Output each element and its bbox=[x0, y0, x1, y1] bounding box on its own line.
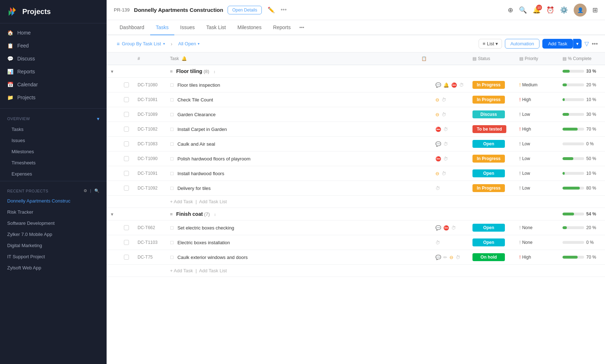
row-checkbox-0-7[interactable] bbox=[124, 186, 129, 191]
timer-icon[interactable]: ⏱ bbox=[443, 141, 448, 147]
sidebar-item-discuss[interactable]: 💬 Discuss bbox=[0, 52, 107, 65]
sidebar-item-feed[interactable]: 📋 Feed bbox=[0, 39, 107, 52]
all-open-button[interactable]: All Open ▾ bbox=[175, 40, 202, 48]
timer-icon[interactable]: ⏱ bbox=[459, 82, 464, 88]
task-name-1-2[interactable]: Caulk exterior windows and doors bbox=[178, 255, 248, 260]
task-name-1-0[interactable]: Set electric boxes checking bbox=[178, 225, 234, 231]
bell-icon[interactable]: 🔔 bbox=[443, 82, 449, 88]
sidebar-item-reports[interactable]: 📊 Reports bbox=[0, 65, 107, 78]
recent-project-marketing[interactable]: Digital Marketing bbox=[0, 240, 107, 251]
add-task-dropdown-button[interactable]: ▾ bbox=[573, 39, 582, 49]
sidebar-item-tasks[interactable]: Tasks bbox=[0, 124, 107, 135]
toolbar-more-icon[interactable]: ••• bbox=[592, 41, 598, 47]
timer-icon[interactable]: ⏱ bbox=[456, 255, 460, 260]
timer-icon[interactable]: ⏱ bbox=[435, 186, 440, 191]
timer-icon[interactable]: ⏱ bbox=[442, 171, 446, 176]
open-details-button[interactable]: Open Details bbox=[228, 6, 262, 14]
row-checkbox-0-3[interactable] bbox=[124, 127, 129, 132]
stop-yellow-icon[interactable]: ⊖ bbox=[449, 255, 453, 260]
task-name-0-4[interactable]: Caulk and Air seal bbox=[178, 141, 215, 147]
grid-icon[interactable]: ⊞ bbox=[592, 6, 598, 14]
stop-icon[interactable]: ⛔ bbox=[443, 225, 449, 231]
row-checkbox-0-2[interactable] bbox=[124, 112, 129, 117]
row-checkbox-1-1[interactable] bbox=[124, 240, 129, 245]
group-expand-0[interactable]: ▾ bbox=[107, 65, 120, 78]
notifications-icon[interactable]: 🔔 10 bbox=[533, 6, 541, 14]
comment-icon[interactable]: 💬 bbox=[435, 141, 441, 147]
overview-collapse-icon[interactable]: ▾ bbox=[97, 116, 100, 122]
search-icon[interactable]: 🔍 bbox=[519, 6, 527, 14]
group-sort-1[interactable]: ↕ bbox=[214, 212, 216, 217]
task-name-0-2[interactable]: Garden Clearance bbox=[178, 112, 216, 117]
stop-yellow-icon[interactable]: ⊖ bbox=[435, 171, 439, 176]
task-name-0-6[interactable]: Install hardwood floors bbox=[178, 171, 224, 176]
status-badge-1-2[interactable]: On hold bbox=[472, 253, 505, 261]
status-badge-1-1[interactable]: Open bbox=[472, 238, 505, 246]
stop-icon[interactable]: ⛔ bbox=[451, 82, 457, 88]
sidebar-item-milestones[interactable]: Milestones bbox=[0, 146, 107, 157]
pencil-row-icon[interactable]: ✏ bbox=[443, 255, 447, 260]
recent-project-donnelly[interactable]: Donnelly Apartments Construc bbox=[0, 195, 107, 206]
stop-icon[interactable]: ⛔ bbox=[435, 127, 441, 132]
recent-project-zylker[interactable]: Zylker 7.0 Mobile App bbox=[0, 229, 107, 240]
status-badge-0-7[interactable]: In Progress bbox=[472, 184, 505, 192]
timer-icon[interactable]: ⏱ bbox=[443, 156, 448, 161]
timer-icon[interactable]: ⏱ bbox=[451, 225, 456, 231]
clock-icon[interactable]: ⏰ bbox=[546, 6, 554, 14]
group-sort-0[interactable]: ↕ bbox=[214, 69, 216, 74]
sidebar-item-home[interactable]: 🏠 Home bbox=[0, 26, 107, 39]
more-dots-icon[interactable]: ••• bbox=[279, 5, 288, 15]
comment-icon[interactable]: 💬 bbox=[435, 82, 441, 88]
add-task-list-link-0[interactable]: Add Task List bbox=[199, 199, 227, 204]
status-badge-0-0[interactable]: In Progress bbox=[472, 81, 505, 89]
task-name-0-0[interactable]: Floor tiles inspection bbox=[178, 82, 220, 88]
task-name-1-1[interactable]: Electric boxes installation bbox=[178, 240, 230, 245]
sidebar-item-expenses[interactable]: Expenses bbox=[0, 168, 107, 179]
group-expand-1[interactable]: ▾ bbox=[107, 208, 120, 220]
recent-project-zylsoft[interactable]: Zylsoft Web App bbox=[0, 262, 107, 273]
recent-project-software[interactable]: Software Development bbox=[0, 218, 107, 229]
timer-icon[interactable]: ⏱ bbox=[443, 127, 448, 132]
status-badge-0-5[interactable]: In Progress bbox=[472, 155, 505, 163]
task-name-0-3[interactable]: Install Carpet in Garden bbox=[178, 127, 227, 132]
timer-icon[interactable]: ⏱ bbox=[442, 112, 446, 117]
add-task-link-0[interactable]: + Add Task bbox=[170, 199, 193, 204]
timer-icon[interactable]: ⏱ bbox=[435, 240, 440, 245]
user-avatar[interactable]: 👤 bbox=[574, 4, 587, 17]
settings-icon[interactable]: ⚙️ bbox=[560, 6, 568, 14]
row-checkbox-0-5[interactable] bbox=[124, 156, 129, 161]
task-name-0-1[interactable]: Check Tile Count bbox=[178, 97, 213, 103]
filter-projects-icon[interactable]: ⚙ bbox=[84, 188, 88, 193]
add-task-list-link-1[interactable]: Add Task List bbox=[199, 268, 227, 273]
add-icon[interactable]: ⊕ bbox=[508, 6, 513, 14]
sidebar-item-issues[interactable]: Issues bbox=[0, 135, 107, 146]
stop-yellow-icon[interactable]: ⊖ bbox=[435, 112, 439, 117]
filter-icon[interactable]: ▽ bbox=[584, 40, 589, 47]
row-checkbox-0-6[interactable] bbox=[124, 171, 129, 176]
row-checkbox-0-4[interactable] bbox=[124, 141, 129, 146]
status-badge-1-0[interactable]: Open bbox=[472, 224, 505, 232]
sidebar-item-timesheets[interactable]: Timesheets bbox=[0, 157, 107, 168]
pencil-icon[interactable]: ✏️ bbox=[266, 5, 276, 15]
list-view-button[interactable]: ≡ List ▾ bbox=[479, 39, 502, 49]
tab-tasks[interactable]: Tasks bbox=[150, 20, 175, 35]
tab-task-list[interactable]: Task List bbox=[201, 20, 232, 35]
tab-milestones[interactable]: Milestones bbox=[232, 20, 267, 35]
tab-more[interactable]: ••• bbox=[296, 21, 307, 35]
tab-issues[interactable]: Issues bbox=[174, 20, 200, 35]
recent-project-it[interactable]: IT Support Project bbox=[0, 251, 107, 262]
status-badge-0-4[interactable]: Open bbox=[472, 140, 505, 148]
search-projects-icon[interactable]: 🔍 bbox=[94, 188, 100, 193]
sidebar-item-calendar[interactable]: 📅 Calendar bbox=[0, 78, 107, 91]
group-by-button[interactable]: ≡ Group By Task List ▾ bbox=[114, 40, 168, 48]
timer-icon[interactable]: ⏱ bbox=[442, 97, 446, 103]
row-checkbox-1-2[interactable] bbox=[124, 255, 129, 260]
comment-icon[interactable]: 💬 bbox=[435, 225, 441, 231]
row-checkbox-0-1[interactable] bbox=[124, 97, 129, 102]
add-task-link-1[interactable]: + Add Task bbox=[170, 268, 193, 273]
add-task-button[interactable]: Add Task bbox=[542, 39, 573, 49]
status-badge-0-1[interactable]: In Progress bbox=[472, 96, 505, 104]
automation-button[interactable]: Automation bbox=[505, 39, 539, 49]
comment-icon[interactable]: 💬 bbox=[435, 255, 441, 260]
tab-dashboard[interactable]: Dashboard bbox=[114, 20, 150, 35]
